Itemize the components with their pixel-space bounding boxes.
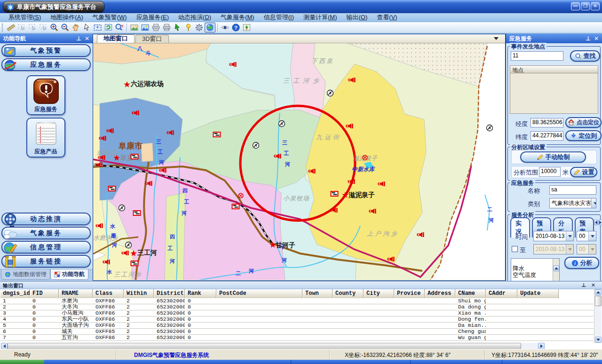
hour-combo[interactable]: 00 bbox=[577, 231, 596, 241]
menu-10[interactable]: 查看(V) bbox=[372, 13, 402, 22]
vertical-scrollbar[interactable] bbox=[594, 289, 602, 343]
column-header-Update[interactable]: Update bbox=[517, 289, 559, 298]
locate-click-button[interactable]: 点击定位 bbox=[565, 117, 602, 128]
table-row[interactable]: 40东风一小队OXFF8626523020000Dong fen... bbox=[0, 317, 594, 323]
extent-icon[interactable] bbox=[92, 23, 103, 32]
nav-tab-active[interactable]: 功能导航 bbox=[50, 269, 88, 280]
gear-icon[interactable] bbox=[194, 23, 205, 32]
nav-group-clouds[interactable]: 气象服务 bbox=[1, 227, 91, 239]
column-header-Rank[interactable]: Rank bbox=[185, 289, 216, 298]
column-header-District[interactable]: District bbox=[154, 289, 185, 298]
pin-icon[interactable] bbox=[183, 23, 194, 32]
printer2-icon[interactable] bbox=[161, 23, 172, 32]
find-button[interactable]: 查找 bbox=[570, 50, 600, 62]
start-button-fragment[interactable] bbox=[0, 360, 44, 364]
menu-4[interactable]: 应急服务(E) bbox=[132, 13, 174, 22]
menu-3[interactable]: 气象预警(W) bbox=[88, 13, 132, 22]
cursor-box-icon[interactable] bbox=[38, 23, 49, 32]
column-header-City[interactable]: City bbox=[364, 289, 394, 298]
column-header-County[interactable]: County bbox=[333, 289, 364, 298]
zoom-in-icon[interactable] bbox=[49, 23, 60, 32]
to-checkbox[interactable] bbox=[512, 246, 518, 252]
tab-scroll-left[interactable] bbox=[594, 220, 598, 225]
map-view[interactable]: 六运湖农场三工河乡下西泉九运街阜康市阜康市城关镇水磨沟乡三工河乡三工河甘河子滋泥… bbox=[93, 43, 505, 280]
table-row[interactable]: 30小马厩沟OXFF8626523020000Xiao ma ... bbox=[0, 310, 594, 317]
tab-list-caret[interactable] bbox=[494, 37, 499, 40]
nav-group-globe-arrow[interactable]: 应急服务 bbox=[1, 58, 91, 71]
pin-icon[interactable]: ⊥ bbox=[586, 35, 591, 42]
locate-to-button[interactable]: 定位到 bbox=[565, 130, 602, 141]
menu-5[interactable]: 动态推演(D) bbox=[174, 13, 216, 22]
table-row[interactable]: 10水磨沟OXFF8626523020000Shui mo gou bbox=[0, 298, 594, 304]
table-row[interactable]: 20大冬沟OXFF8626523020000Da dong gou bbox=[0, 304, 594, 310]
date-combo[interactable]: 2010-08-13 bbox=[533, 231, 574, 241]
list-item[interactable]: 降水 bbox=[512, 265, 552, 272]
column-header-PostCode[interactable]: PostCode bbox=[216, 289, 302, 298]
name-input[interactable]: sa bbox=[549, 185, 596, 195]
manual-draw-button[interactable]: 手动绘制 bbox=[520, 151, 586, 163]
menu-7[interactable]: 信息管理(I) bbox=[259, 13, 299, 22]
refresh-icon[interactable] bbox=[103, 23, 114, 32]
tool-alert-app-button[interactable]: 应急服务 bbox=[26, 75, 65, 115]
column-header-Class[interactable]: Class bbox=[93, 289, 124, 298]
table-row[interactable]: 70五官沟OXFF8626523020000Wu guan gou bbox=[0, 335, 594, 341]
taskbar[interactable] bbox=[0, 360, 602, 364]
menu-2[interactable]: 地图操作(A) bbox=[46, 13, 87, 22]
eye-icon[interactable] bbox=[220, 23, 230, 32]
analyze-button[interactable]: i分析 bbox=[564, 257, 599, 269]
nav-group-link-pillars[interactable]: 服务链接 bbox=[1, 255, 91, 268]
tab-3d-window[interactable]: 3D窗口 bbox=[135, 35, 169, 43]
nav-tab-inactive[interactable]: 地图数据管理 bbox=[1, 269, 50, 280]
help-icon[interactable]: ? bbox=[230, 23, 241, 32]
cursor-box-icon[interactable] bbox=[16, 23, 27, 32]
restore-button[interactable]: ❐ bbox=[581, 2, 590, 10]
menu-8[interactable]: 测量计算(M) bbox=[299, 13, 342, 22]
column-header-Address[interactable]: Address bbox=[425, 289, 455, 298]
column-header-CAddr[interactable]: CAddr bbox=[486, 289, 517, 298]
hour2-combo[interactable]: 00 bbox=[577, 244, 596, 254]
image-icon[interactable] bbox=[140, 23, 150, 32]
nav-group-compass[interactable]: 气象预警 bbox=[1, 44, 91, 57]
globe-active-icon[interactable] bbox=[205, 23, 215, 32]
date2-combo[interactable]: 2010-08-13 bbox=[533, 244, 574, 254]
lon-input[interactable]: 88.3625506 bbox=[531, 118, 563, 127]
list-scroll-up[interactable] bbox=[553, 265, 559, 271]
find-icon[interactable]: ? bbox=[114, 23, 125, 32]
column-header-Town[interactable]: Town bbox=[302, 289, 333, 298]
nav-group-globe-pencil[interactable]: 信息管理 bbox=[1, 241, 91, 253]
tab-scroll-right[interactable] bbox=[598, 220, 602, 225]
tool-notepad-button[interactable]: 应急产品 bbox=[26, 118, 65, 158]
hand-icon[interactable] bbox=[71, 23, 81, 32]
close-icon[interactable]: ✕ bbox=[85, 35, 89, 42]
column-header-dmgis_id[interactable]: dmgis_id bbox=[0, 289, 30, 298]
range-set-button[interactable]: 设置 bbox=[570, 167, 597, 177]
menu-9[interactable]: 输出(O) bbox=[342, 13, 372, 22]
column-header-CName[interactable]: CName bbox=[455, 289, 486, 298]
element-listbox[interactable]: 降水空气温度 bbox=[511, 258, 560, 281]
ruler-icon[interactable] bbox=[6, 23, 16, 32]
nav-group-reel[interactable]: 动态推演 bbox=[1, 213, 91, 225]
column-header-Provice[interactable]: Provice bbox=[394, 289, 425, 298]
table-row[interactable]: 60城关OXFF8526523020000Cheng guan bbox=[0, 329, 594, 335]
pointer-green-icon[interactable] bbox=[172, 23, 183, 32]
menu-6[interactable]: 气象服务(M) bbox=[216, 13, 259, 22]
close-icon[interactable]: ✕ bbox=[594, 35, 599, 42]
minimize-button[interactable]: — bbox=[571, 2, 580, 10]
lat-input[interactable]: 44.2277844 bbox=[531, 131, 563, 141]
printer-icon[interactable] bbox=[150, 23, 161, 32]
map-icon[interactable] bbox=[129, 23, 140, 32]
place-list[interactable] bbox=[510, 73, 598, 114]
close-icon[interactable]: ✕ bbox=[591, 282, 595, 288]
range-input[interactable]: 10000 bbox=[539, 167, 561, 177]
location-search-input[interactable]: 11 bbox=[511, 51, 563, 61]
menu-1[interactable]: 系统管理(S) bbox=[4, 13, 46, 22]
horizontal-scrollbar[interactable] bbox=[1, 343, 545, 349]
type-combo[interactable]: 气象和洪水灾害 bbox=[549, 198, 596, 208]
tab-map-window[interactable]: 地图窗口 bbox=[97, 34, 135, 43]
cursor-box-icon[interactable] bbox=[27, 23, 38, 32]
zoom-out-icon[interactable] bbox=[60, 23, 71, 32]
close-button[interactable]: ✕ bbox=[591, 2, 600, 10]
pin-icon[interactable]: ⊥ bbox=[581, 282, 586, 288]
pin-icon[interactable]: ⊥ bbox=[76, 35, 81, 42]
column-header-Within[interactable]: Within bbox=[124, 289, 154, 298]
